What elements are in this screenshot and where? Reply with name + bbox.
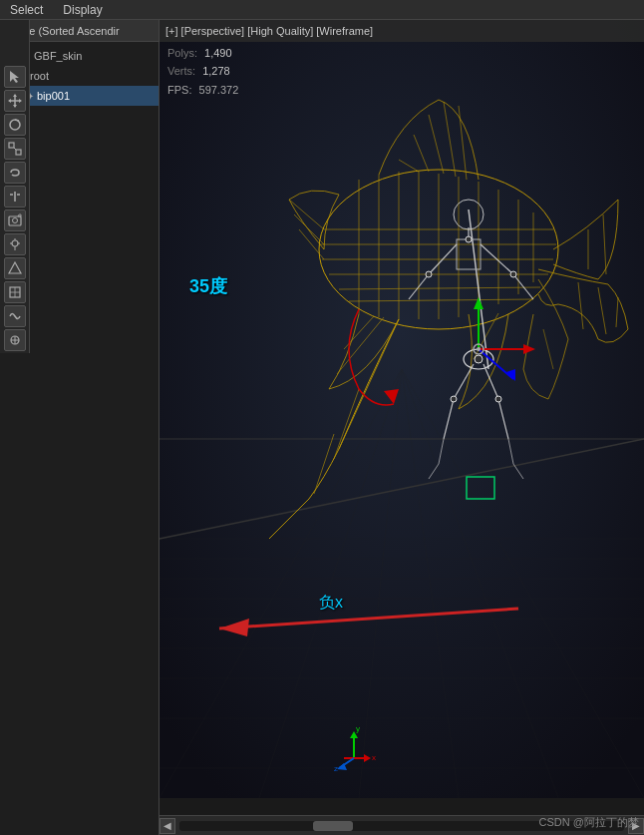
svg-marker-113	[18, 214, 21, 216]
svg-rect-108	[9, 143, 14, 148]
link-tool-button[interactable]	[4, 162, 26, 184]
gbf-skin-label: GBF_skin	[34, 50, 82, 62]
root-label: root	[30, 70, 49, 82]
svg-marker-105	[19, 99, 22, 103]
svg-marker-99	[10, 71, 19, 83]
svg-point-74	[466, 236, 472, 242]
viewport-header: [+] [Perspective] [High Quality] [Wirefr…	[160, 20, 644, 42]
camera-button[interactable]	[4, 209, 26, 231]
rotate-tool-button[interactable]	[4, 114, 26, 136]
fps-label: FPS:	[167, 84, 191, 96]
angle-text: 35度	[189, 276, 227, 296]
viewport-3d[interactable]: [+] [Perspective] [High Quality] [Wirefr…	[160, 20, 644, 798]
svg-marker-119	[9, 262, 21, 273]
svg-point-75	[475, 355, 483, 363]
scene-canvas	[160, 20, 644, 798]
neg-x-annotation: 负x	[319, 593, 343, 614]
verts-value: 1,278	[202, 65, 230, 77]
bip001-label: bip001	[37, 90, 70, 102]
helpers-button[interactable]	[4, 281, 26, 303]
svg-line-107	[15, 120, 19, 121]
svg-point-77	[495, 396, 501, 402]
svg-marker-102	[13, 94, 17, 97]
axis-indicator: y x z	[329, 723, 379, 773]
angle-annotation: 35度	[189, 274, 227, 298]
svg-rect-109	[16, 150, 21, 155]
scroll-left-icon: ◀	[163, 820, 171, 831]
svg-marker-93	[364, 754, 371, 762]
select-menu[interactable]: Select	[0, 3, 53, 17]
svg-point-78	[426, 271, 432, 277]
svg-marker-104	[8, 99, 11, 103]
viewport-stats: Polys: 1,490 Verts: 1,278 FPS: 597.372	[167, 45, 238, 100]
svg-point-79	[510, 271, 516, 277]
fps-value: 597.372	[199, 84, 239, 96]
neg-x-text: 负x	[319, 594, 343, 611]
scale-tool-button[interactable]	[4, 138, 26, 160]
svg-text:y: y	[356, 724, 360, 733]
svg-text:z: z	[334, 764, 338, 773]
display-menu[interactable]: Display	[53, 3, 112, 17]
select-tool-button[interactable]	[4, 66, 26, 88]
left-toolbar	[0, 20, 30, 353]
verts-label: Verts:	[167, 65, 195, 77]
scroll-thumb[interactable]	[313, 821, 353, 831]
viewport-header-text: [+] [Perspective] [High Quality] [Wirefr…	[165, 25, 373, 37]
svg-point-87	[477, 347, 481, 351]
svg-point-112	[12, 218, 17, 223]
svg-point-76	[451, 396, 457, 402]
move-tool-button[interactable]	[4, 90, 26, 112]
watermark: CSDN @阿拉丁的梦	[539, 815, 639, 830]
polys-label: Polys:	[167, 47, 197, 59]
top-menu-bar: Select Display	[0, 0, 644, 20]
svg-point-114	[12, 240, 18, 246]
svg-marker-103	[13, 105, 17, 108]
geometry-button[interactable]	[4, 257, 26, 279]
watermark-text: CSDN @阿拉丁的梦	[539, 816, 639, 828]
svg-line-110	[14, 148, 16, 150]
modify-button[interactable]	[4, 329, 26, 351]
unlink-tool-button[interactable]	[4, 186, 26, 208]
svg-rect-0	[160, 20, 644, 798]
light-button[interactable]	[4, 233, 26, 255]
polys-value: 1,490	[204, 47, 232, 59]
scroll-left-button[interactable]: ◀	[160, 818, 175, 834]
spacewarp-button[interactable]	[4, 305, 26, 327]
svg-text:x: x	[372, 753, 376, 762]
